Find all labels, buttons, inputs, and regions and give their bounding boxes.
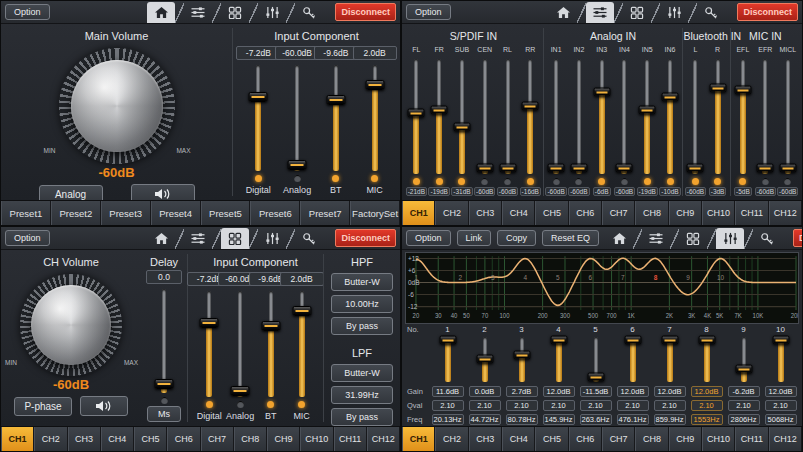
band-freq-value[interactable]: 476.1Hz [617,414,649,425]
slider-handle[interactable] [499,163,516,172]
input-slider-analog[interactable] [230,289,250,399]
slider-handle[interactable] [476,354,493,363]
channel-tab-6[interactable]: CH6 [569,201,602,225]
preset-tab-7[interactable]: Preset7 [300,201,350,225]
nav-tab-key[interactable] [753,228,781,249]
preset-tab-5[interactable]: Preset5 [201,201,251,225]
channel-tab-8[interactable]: CH8 [635,427,668,451]
band-qval-value[interactable]: 2.10 [728,400,760,411]
band-qval-value[interactable]: 2.10 [432,400,464,411]
nav-tab-mixer[interactable] [586,2,614,23]
eq-band-slider-9[interactable] [725,335,762,384]
input-slider-bt[interactable] [326,63,346,173]
input-slider-efl[interactable] [735,57,751,176]
slider-handle[interactable] [408,108,425,117]
channel-tab-5[interactable]: CH5 [134,427,167,451]
delay-slider[interactable] [154,287,174,395]
input-slider-mic[interactable] [292,289,312,399]
eq-band-slider-5[interactable] [577,335,614,384]
input-slider-fr[interactable] [431,57,447,176]
band-freq-value[interactable]: 263.6Hz [580,414,612,425]
band-gain-value[interactable]: 12.0dB [691,386,723,397]
nav-tab-home[interactable] [147,2,175,23]
channel-tab-7[interactable]: CH7 [602,201,635,225]
channel-tab-9[interactable]: CH9 [267,427,300,451]
band-freq-value[interactable]: 20.13Hz [432,414,464,425]
nav-tab-home[interactable] [605,228,633,249]
preset-tab-2[interactable]: Preset2 [51,201,101,225]
preset-tab-1[interactable]: Preset1 [1,201,51,225]
volume-knob[interactable]: MINMAX [59,48,175,164]
nav-tab-mixer[interactable] [184,228,212,249]
channel-tab-7[interactable]: CH7 [201,427,234,451]
option-button[interactable]: Option [5,4,50,20]
input-slider-sub[interactable] [454,57,470,176]
reset-eq-button[interactable]: Reset EQ [542,230,599,246]
slider-handle[interactable] [292,306,311,316]
slider-handle[interactable] [779,163,796,172]
slider-handle[interactable] [757,163,774,172]
band-qval-value[interactable]: 2.10 [543,400,575,411]
channel-tab-4[interactable]: CH4 [502,427,535,451]
band-qval-value[interactable]: 2.10 [654,400,686,411]
slider-handle[interactable] [550,335,567,344]
eq-band-slider-7[interactable] [651,335,688,384]
slider-handle[interactable] [231,386,250,396]
channel-tab-6[interactable]: CH6 [167,427,200,451]
nav-tab-grid[interactable] [679,228,707,249]
channel-tab-3[interactable]: CH3 [469,427,502,451]
input-slider-rr[interactable] [522,57,538,176]
nav-tab-key[interactable] [295,2,323,23]
channel-tab-10[interactable]: CH10 [300,427,333,451]
channel-tab-7[interactable]: CH7 [602,427,635,451]
slider-handle[interactable] [734,86,751,95]
nav-tab-grid[interactable] [623,2,651,23]
slider-handle[interactable] [326,95,345,105]
band-gain-value[interactable]: 12.0dB [543,386,575,397]
channel-tab-12[interactable]: CH12 [367,427,400,451]
band-freq-value[interactable]: 44.72Hz [469,414,501,425]
band-gain-value[interactable]: 0.0dB [469,386,501,397]
band-freq-value[interactable]: 2806Hz [728,414,760,425]
channel-tab-1[interactable]: CH1 [402,427,435,451]
input-slider-in5[interactable] [639,57,655,176]
slider-handle[interactable] [687,163,704,172]
disconnect-button[interactable]: Disconnect [737,3,798,21]
slider-handle[interactable] [261,321,280,331]
eq-graph[interactable]: 20304050701002003005007001K2K3K4K5K7K10K… [405,252,799,324]
option-button[interactable]: Option [5,230,50,246]
channel-tab-2[interactable]: CH2 [34,427,67,451]
eq-band-slider-8[interactable] [688,335,725,384]
mute-button[interactable] [80,396,128,416]
slider-handle[interactable] [735,364,752,373]
nav-tab-faders[interactable] [258,228,286,249]
input-slider-mic[interactable] [365,63,385,173]
lpf-type-button[interactable]: Butter-W [331,364,393,382]
slider-handle[interactable] [155,379,174,389]
channel-tab-5[interactable]: CH5 [535,201,568,225]
eq-band-slider-6[interactable] [614,335,651,384]
channel-tab-10[interactable]: CH10 [702,201,735,225]
channel-tab-9[interactable]: CH9 [669,201,702,225]
slider-handle[interactable] [772,335,789,344]
band-qval-value[interactable]: 2.10 [506,400,538,411]
nav-tab-grid[interactable] [221,2,249,23]
lpf-freq-button[interactable]: 31.99Hz [331,386,393,404]
slider-handle[interactable] [661,335,678,344]
band-freq-value[interactable]: 145.9Hz [543,414,575,425]
input-slider-fl[interactable] [408,57,424,176]
band-gain-value[interactable]: -11.5dB [580,386,612,397]
band-gain-value[interactable]: -6.2dB [728,386,760,397]
slider-handle[interactable] [439,336,456,345]
hpf-freq-button[interactable]: 10.00Hz [331,295,393,313]
channel-tab-1[interactable]: CH1 [1,427,34,451]
input-slider-in1[interactable] [548,57,564,176]
channel-tab-8[interactable]: CH8 [234,427,267,451]
band-freq-value[interactable]: 80.78Hz [506,414,538,425]
hpf-bypass-button[interactable]: By pass [331,317,393,335]
band-gain-value[interactable]: 2.7dB [506,386,538,397]
nav-tab-mixer[interactable] [642,228,670,249]
disconnect-button[interactable]: Disconnect [335,3,396,21]
slider-handle[interactable] [365,80,384,90]
disconnect-button[interactable]: Disconnect [335,229,396,247]
